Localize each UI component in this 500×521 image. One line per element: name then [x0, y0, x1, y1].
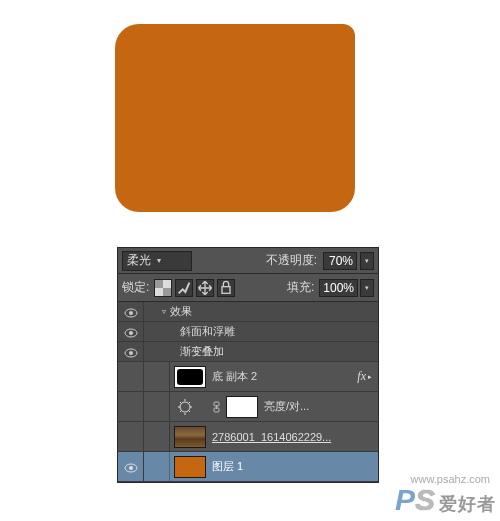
lock-fill-row: 锁定: 填充: 100% ▾ — [118, 274, 378, 302]
layer-name[interactable]: 底 副本 2 — [212, 369, 374, 384]
eye-icon — [124, 327, 138, 337]
visibility-toggle[interactable] — [118, 452, 144, 481]
blend-mode-select[interactable]: 柔光 ▾ — [122, 251, 192, 271]
layer-content: 2786001_1614062229... — [170, 426, 378, 448]
rounded-rectangle-shape — [115, 24, 355, 212]
visibility-toggle[interactable] — [118, 392, 144, 421]
effect-item-label: 斜面和浮雕 — [180, 324, 235, 339]
layer-content: 图层 1 — [170, 456, 378, 478]
effect-item-content: 渐变叠加 — [144, 344, 378, 359]
fill-input[interactable]: 100% — [319, 279, 358, 297]
link-icon[interactable] — [212, 396, 220, 418]
effect-item-label: 渐变叠加 — [180, 344, 224, 359]
fill-value: 100% — [323, 281, 354, 295]
watermark-text: 爱好者 — [439, 492, 496, 516]
layer-name[interactable]: 2786001_1614062229... — [212, 431, 374, 443]
layer-row[interactable]: 亮度/对... — [118, 392, 378, 422]
blend-opacity-row: 柔光 ▾ 不透明度: 70% ▾ — [118, 248, 378, 274]
layer-spacer — [144, 452, 170, 481]
adjustment-icon[interactable] — [174, 396, 206, 418]
layer-name[interactable]: 亮度/对... — [264, 399, 374, 414]
eye-icon — [124, 307, 138, 317]
layer-content: 底 副本 2 fx ▸ — [170, 366, 378, 388]
svg-rect-1 — [163, 288, 171, 296]
watermark-logo: PS — [395, 483, 435, 517]
svg-rect-2 — [163, 280, 171, 288]
layers-panel: 柔光 ▾ 不透明度: 70% ▾ 锁定: 填充: 100% ▾ — [117, 247, 379, 483]
lock-transparency-icon[interactable] — [154, 279, 172, 297]
effect-item-content: 斜面和浮雕 — [144, 324, 378, 339]
svg-line-16 — [180, 402, 182, 404]
lock-brush-icon[interactable] — [175, 279, 193, 297]
layer-row[interactable]: 图层 1 — [118, 452, 378, 482]
svg-line-19 — [189, 402, 191, 404]
visibility-toggle[interactable] — [118, 362, 144, 391]
opacity-label: 不透明度: — [266, 252, 317, 269]
mask-thumbnail[interactable] — [226, 396, 258, 418]
canvas-area — [100, 10, 370, 225]
effect-visibility-toggle[interactable] — [118, 342, 144, 361]
svg-point-10 — [129, 351, 133, 355]
svg-point-8 — [129, 331, 133, 335]
layer-thumbnail[interactable] — [174, 456, 206, 478]
svg-point-6 — [129, 311, 133, 315]
lock-position-icon[interactable] — [196, 279, 214, 297]
blend-mode-value: 柔光 — [127, 252, 151, 269]
watermark-logo-p: P — [395, 483, 415, 516]
layer-name[interactable]: 图层 1 — [212, 459, 374, 474]
svg-line-17 — [189, 410, 191, 412]
watermark: PS 爱好者 — [395, 483, 496, 517]
svg-point-24 — [129, 466, 133, 470]
fx-indicator[interactable]: fx ▸ — [357, 369, 372, 384]
svg-rect-0 — [155, 280, 163, 288]
layer-row[interactable]: 2786001_1614062229... — [118, 422, 378, 452]
watermark-logo-s: S — [415, 483, 435, 516]
opacity-value: 70% — [329, 254, 353, 268]
lock-label: 锁定: — [122, 279, 149, 296]
layer-thumbnail[interactable] — [174, 426, 206, 448]
fill-label: 填充: — [287, 279, 314, 296]
layer-spacer — [144, 392, 170, 421]
eye-icon — [124, 347, 138, 357]
effects-visibility-toggle[interactable] — [118, 302, 144, 321]
effects-title-content: ▿ 效果 — [144, 304, 378, 319]
effect-item-row[interactable]: 渐变叠加 — [118, 342, 378, 362]
svg-line-18 — [180, 410, 182, 412]
effect-item-row[interactable]: 斜面和浮雕 — [118, 322, 378, 342]
layer-row[interactable]: 底 副本 2 fx ▸ — [118, 362, 378, 392]
mask-thumbnail[interactable] — [174, 366, 206, 388]
chevron-right-icon: ▸ — [368, 373, 372, 381]
layer-spacer — [144, 422, 170, 451]
svg-rect-3 — [155, 288, 163, 296]
lock-all-icon[interactable] — [217, 279, 235, 297]
visibility-toggle[interactable] — [118, 422, 144, 451]
chevron-down-icon: ▾ — [157, 256, 161, 265]
effects-title: 效果 — [170, 304, 192, 319]
disclosure-triangle-icon[interactable]: ▿ — [162, 307, 166, 316]
layer-content: 亮度/对... — [170, 396, 378, 418]
effect-visibility-toggle[interactable] — [118, 322, 144, 341]
layer-spacer — [144, 362, 170, 391]
opacity-dropdown-button[interactable]: ▾ — [360, 252, 374, 270]
layers-list: ▿ 效果 斜面和浮雕 渐变叠加 — [118, 302, 378, 482]
effects-header-row[interactable]: ▿ 效果 — [118, 302, 378, 322]
svg-rect-4 — [222, 286, 230, 293]
opacity-input[interactable]: 70% — [323, 252, 357, 270]
eye-icon — [124, 462, 138, 472]
fill-dropdown-button[interactable]: ▾ — [360, 279, 374, 297]
